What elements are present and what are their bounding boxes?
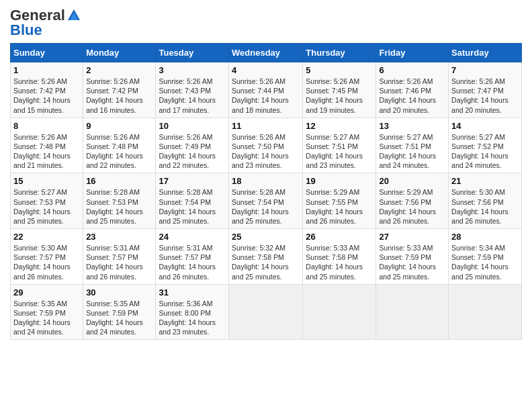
day-number: 31 [159,287,226,298]
calendar-cell: 18 Sunrise: 5:28 AM Sunset: 7:54 PM Dayl… [229,173,303,229]
calendar-cell: 5 Sunrise: 5:26 AM Sunset: 7:45 PM Dayli… [303,62,376,118]
calendar-week-row: 29 Sunrise: 5:35 AM Sunset: 7:59 PM Dayl… [11,284,522,340]
logo-blue: Blue [10,21,42,39]
calendar-cell: 22 Sunrise: 5:30 AM Sunset: 7:57 PM Dayl… [11,229,83,285]
day-info: Sunrise: 5:35 AM Sunset: 7:59 PM Dayligh… [13,299,80,337]
day-info: Sunrise: 5:35 AM Sunset: 7:59 PM Dayligh… [86,299,152,337]
day-number: 15 [13,176,80,186]
day-info: Sunrise: 5:26 AM Sunset: 7:48 PM Dayligh… [13,132,80,171]
day-info: Sunrise: 5:33 AM Sunset: 7:58 PM Dayligh… [306,243,373,281]
day-info: Sunrise: 5:27 AM Sunset: 7:53 PM Dayligh… [13,187,80,226]
calendar-header-row: Sunday Monday Tuesday Wednesday Thursday… [11,44,522,62]
day-number: 20 [379,176,445,186]
col-monday: Monday [83,44,156,62]
calendar-cell: 15 Sunrise: 5:27 AM Sunset: 7:53 PM Dayl… [11,173,83,229]
day-info: Sunrise: 5:33 AM Sunset: 7:59 PM Dayligh… [379,243,445,281]
day-number: 4 [232,65,300,75]
day-number: 18 [232,176,300,186]
day-info: Sunrise: 5:36 AM Sunset: 8:00 PM Dayligh… [159,299,226,337]
calendar-cell: 14 Sunrise: 5:27 AM Sunset: 7:52 PM Dayl… [449,118,522,173]
calendar-cell: 4 Sunrise: 5:26 AM Sunset: 7:44 PM Dayli… [229,62,303,118]
calendar-cell: 19 Sunrise: 5:29 AM Sunset: 7:55 PM Dayl… [303,173,376,229]
day-number: 9 [86,121,152,131]
calendar-cell: 31 Sunrise: 5:36 AM Sunset: 8:00 PM Dayl… [156,284,229,340]
day-number: 7 [451,65,519,75]
col-wednesday: Wednesday [229,44,303,62]
day-number: 19 [306,176,373,186]
calendar-cell: 28 Sunrise: 5:34 AM Sunset: 7:59 PM Dayl… [449,229,522,285]
day-info: Sunrise: 5:28 AM Sunset: 7:54 PM Dayligh… [232,187,300,226]
calendar-cell: 23 Sunrise: 5:31 AM Sunset: 7:57 PM Dayl… [83,229,156,285]
day-number: 12 [306,121,373,131]
calendar-cell [376,284,449,340]
logo: General Blue [10,7,81,39]
calendar-cell: 7 Sunrise: 5:26 AM Sunset: 7:47 PM Dayli… [449,62,522,118]
day-number: 3 [159,65,226,75]
calendar-cell: 13 Sunrise: 5:27 AM Sunset: 7:51 PM Dayl… [376,118,449,173]
day-number: 11 [232,121,300,131]
day-number: 22 [13,232,80,242]
day-number: 29 [13,287,80,298]
day-info: Sunrise: 5:26 AM Sunset: 7:50 PM Dayligh… [232,132,300,171]
day-number: 28 [451,232,519,242]
calendar-cell [229,284,303,340]
calendar-cell: 26 Sunrise: 5:33 AM Sunset: 7:58 PM Dayl… [303,229,376,285]
calendar-week-row: 1 Sunrise: 5:26 AM Sunset: 7:42 PM Dayli… [11,62,522,118]
calendar: Sunday Monday Tuesday Wednesday Thursday… [10,43,522,340]
day-info: Sunrise: 5:26 AM Sunset: 7:42 PM Dayligh… [13,77,80,115]
calendar-week-row: 15 Sunrise: 5:27 AM Sunset: 7:53 PM Dayl… [11,173,522,229]
day-info: Sunrise: 5:26 AM Sunset: 7:42 PM Dayligh… [86,77,152,115]
day-number: 5 [306,65,373,75]
calendar-cell: 20 Sunrise: 5:29 AM Sunset: 7:56 PM Dayl… [376,173,449,229]
calendar-cell: 3 Sunrise: 5:26 AM Sunset: 7:43 PM Dayli… [156,62,229,118]
day-info: Sunrise: 5:29 AM Sunset: 7:56 PM Dayligh… [379,187,445,226]
col-sunday: Sunday [11,44,83,62]
col-friday: Friday [376,44,449,62]
col-saturday: Saturday [449,44,522,62]
day-number: 26 [306,232,373,242]
day-number: 24 [159,232,226,242]
calendar-cell: 30 Sunrise: 5:35 AM Sunset: 7:59 PM Dayl… [83,284,156,340]
calendar-cell: 11 Sunrise: 5:26 AM Sunset: 7:50 PM Dayl… [229,118,303,173]
calendar-week-row: 22 Sunrise: 5:30 AM Sunset: 7:57 PM Dayl… [11,229,522,285]
day-number: 23 [86,232,152,242]
calendar-cell: 10 Sunrise: 5:26 AM Sunset: 7:49 PM Dayl… [156,118,229,173]
header: General Blue [10,7,522,39]
day-info: Sunrise: 5:26 AM Sunset: 7:49 PM Dayligh… [159,132,226,171]
day-info: Sunrise: 5:27 AM Sunset: 7:51 PM Dayligh… [379,132,445,171]
calendar-cell: 17 Sunrise: 5:28 AM Sunset: 7:54 PM Dayl… [156,173,229,229]
day-info: Sunrise: 5:26 AM Sunset: 7:45 PM Dayligh… [306,77,373,115]
day-number: 17 [159,176,226,186]
calendar-body: 1 Sunrise: 5:26 AM Sunset: 7:42 PM Dayli… [11,62,522,340]
calendar-cell: 16 Sunrise: 5:28 AM Sunset: 7:53 PM Dayl… [83,173,156,229]
calendar-cell: 2 Sunrise: 5:26 AM Sunset: 7:42 PM Dayli… [83,62,156,118]
calendar-cell: 8 Sunrise: 5:26 AM Sunset: 7:48 PM Dayli… [11,118,83,173]
calendar-cell [449,284,522,340]
day-info: Sunrise: 5:26 AM Sunset: 7:46 PM Dayligh… [379,77,445,115]
day-number: 16 [86,176,152,186]
calendar-cell: 12 Sunrise: 5:27 AM Sunset: 7:51 PM Dayl… [303,118,376,173]
day-info: Sunrise: 5:34 AM Sunset: 7:59 PM Dayligh… [451,243,519,281]
day-number: 30 [86,287,152,298]
day-info: Sunrise: 5:32 AM Sunset: 7:58 PM Dayligh… [232,243,300,281]
day-number: 6 [379,65,445,75]
day-info: Sunrise: 5:26 AM Sunset: 7:43 PM Dayligh… [159,77,226,115]
calendar-cell: 21 Sunrise: 5:30 AM Sunset: 7:56 PM Dayl… [449,173,522,229]
col-tuesday: Tuesday [156,44,229,62]
calendar-cell: 24 Sunrise: 5:31 AM Sunset: 7:57 PM Dayl… [156,229,229,285]
day-info: Sunrise: 5:29 AM Sunset: 7:55 PM Dayligh… [306,187,373,226]
calendar-cell: 29 Sunrise: 5:35 AM Sunset: 7:59 PM Dayl… [11,284,83,340]
day-number: 21 [451,176,519,186]
day-info: Sunrise: 5:26 AM Sunset: 7:44 PM Dayligh… [232,77,300,115]
day-number: 27 [379,232,445,242]
calendar-cell: 9 Sunrise: 5:26 AM Sunset: 7:48 PM Dayli… [83,118,156,173]
day-number: 8 [13,121,80,131]
calendar-week-row: 8 Sunrise: 5:26 AM Sunset: 7:48 PM Dayli… [11,118,522,173]
day-number: 25 [232,232,300,242]
day-info: Sunrise: 5:30 AM Sunset: 7:57 PM Dayligh… [13,243,80,281]
calendar-cell: 25 Sunrise: 5:32 AM Sunset: 7:58 PM Dayl… [229,229,303,285]
logo-icon [66,8,81,23]
col-thursday: Thursday [303,44,376,62]
day-info: Sunrise: 5:26 AM Sunset: 7:48 PM Dayligh… [86,132,152,171]
day-number: 10 [159,121,226,131]
